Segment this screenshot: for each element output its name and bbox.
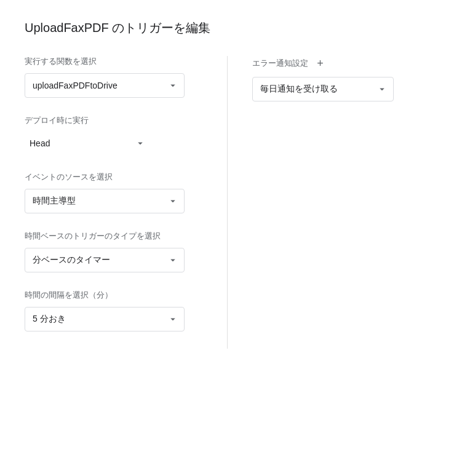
function-label: 実行する関数を選択: [25, 56, 202, 67]
event-source-select-value: 時間主導型: [25, 196, 162, 207]
deploy-field-group: デプロイ時に実行 Head: [25, 115, 202, 154]
page-title: UploadFaxPDF のトリガーを編集: [25, 20, 429, 36]
trigger-type-chevron-down-icon: [162, 248, 184, 272]
interval-select[interactable]: 5 分おき: [25, 307, 185, 331]
add-notification-button[interactable]: +: [313, 56, 328, 71]
function-field-group: 実行する関数を選択 uploadFaxPDFtoDrive: [25, 56, 202, 98]
event-source-label: イベントのソースを選択: [25, 172, 202, 183]
interval-field-group: 時間の間隔を選択（分） 5 分おき: [25, 290, 202, 331]
trigger-type-field-group: 時間ベースのトリガーのタイプを選択 分ベースのタイマー: [25, 231, 202, 272]
error-notification-label-row: エラー通知設定 +: [252, 56, 430, 71]
left-column: 実行する関数を選択 uploadFaxPDFtoDrive デプロイ時に実行 H…: [25, 56, 228, 349]
deploy-select[interactable]: Head: [25, 132, 148, 154]
notification-chevron-down-icon: [371, 77, 393, 101]
page-container: UploadFaxPDF のトリガーを編集 実行する関数を選択 uploadFa…: [0, 0, 454, 368]
event-source-field-group: イベントのソースを選択 時間主導型: [25, 172, 202, 213]
notification-select-value: 毎日通知を受け取る: [253, 84, 371, 95]
interval-select-value: 5 分おき: [25, 314, 162, 325]
right-column: エラー通知設定 + 毎日通知を受け取る: [228, 56, 430, 349]
interval-chevron-down-icon: [162, 307, 184, 331]
event-source-chevron-down-icon: [162, 189, 184, 213]
trigger-type-select[interactable]: 分ベースのタイマー: [25, 248, 185, 272]
trigger-type-label: 時間ベースのトリガーのタイプを選択: [25, 231, 202, 242]
content-area: 実行する関数を選択 uploadFaxPDFtoDrive デプロイ時に実行 H…: [25, 56, 429, 349]
error-notification-field-group: エラー通知設定 + 毎日通知を受け取る: [252, 56, 430, 101]
function-select-value: uploadFaxPDFtoDrive: [25, 81, 162, 90]
function-chevron-down-icon: [162, 74, 184, 97]
interval-label: 時間の間隔を選択（分）: [25, 290, 202, 301]
deploy-chevron-down-icon: [133, 132, 148, 154]
event-source-select[interactable]: 時間主導型: [25, 189, 185, 213]
function-select[interactable]: uploadFaxPDFtoDrive: [25, 73, 185, 98]
error-notification-label: エラー通知設定: [252, 58, 308, 69]
trigger-type-select-value: 分ベースのタイマー: [25, 255, 162, 266]
deploy-label: デプロイ時に実行: [25, 115, 202, 126]
deploy-select-value: Head: [27, 138, 133, 148]
notification-select[interactable]: 毎日通知を受け取る: [252, 77, 394, 101]
